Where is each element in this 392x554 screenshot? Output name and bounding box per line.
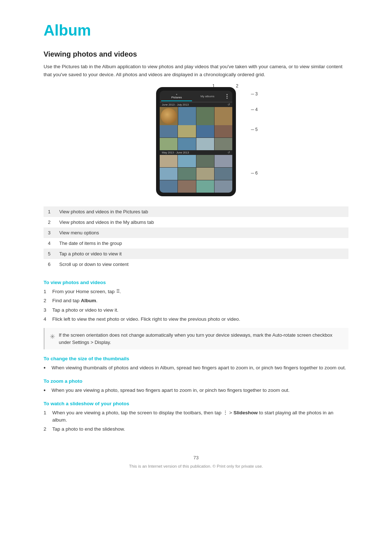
callout-4: ─ 4 [251,107,258,112]
item-num: 2 [44,297,49,304]
item-text: Find and tap Album. [52,297,98,304]
legend-table: 1View photos and videos in the Pictures … [44,206,348,270]
callout-3: ─ 3 [251,91,258,97]
circle-photo [161,108,177,124]
photo-cell [160,168,177,180]
intro-text: Use the Pictures tab in the Album applic… [44,63,348,78]
legend-text: Scroll up or down to view content [55,259,348,270]
photo-cell [215,168,232,180]
list-item: 1From your Home screen, tap ⠿. [44,288,348,295]
callout-5: ─ 5 [251,127,258,132]
photo-cell [178,155,196,167]
legend-num: 3 [44,227,55,238]
list-item: 4Flick left to view the next photo or vi… [44,316,348,323]
legend-num: 6 [44,259,55,270]
photo-cell [196,138,214,150]
legend-text: Tap a photo or video to view it [55,249,348,259]
item-text: When you are viewing a photo, tap the sc… [52,409,348,424]
legend-text: View photos and videos in the My albums … [55,217,348,227]
legend-num: 2 [44,217,55,227]
photo-cell [215,138,232,150]
list-item: 2Tap a photo to end the slideshow. [44,426,348,433]
item-num: 2 [44,426,49,433]
photo-cell [160,125,177,138]
date-label-2: May 2013 - June 2013 ↺ [160,150,232,155]
photo-cell [178,107,196,125]
legend-row: 5Tap a photo or video to view it [44,249,348,259]
phone-diagram: 1 2 ─ 3 ─ 4 ─ 5 ─ 6 ● Pictures My albums [44,87,348,196]
sub-heading-slideshow: To watch a slideshow of your photos [44,401,348,406]
photo-cell [160,138,177,150]
page-number: 73 [44,455,348,460]
section-heading: Viewing photos and videos [44,50,348,58]
photo-cell [178,125,196,138]
date-label-1: June 2013 - July 2013 ↺ [160,102,232,107]
item-text: From your Home screen, tap ⠿. [52,288,121,295]
item-num: 1 [44,409,49,424]
note-icon: ✳ [50,332,55,346]
callout-6: ─ 6 [251,171,258,176]
photo-cell [196,125,214,138]
list-item: 3Tap a photo or video to view it. [44,307,348,314]
sub-heading-zoom: To zoom a photo [44,378,348,384]
callout-2: 2 [236,83,238,89]
item-num: 4 [44,316,49,323]
tab-myalbums: My albums [192,93,223,99]
legend-row: 1View photos and videos in the Pictures … [44,206,348,217]
list-item: When viewing thumbnails of photos and vi… [44,364,348,372]
tab-pictures: ● Pictures [161,91,192,101]
item-text: Flick left to view the next photo or vid… [52,316,240,323]
note-text: If the screen orientation does not chang… [59,332,343,346]
item-text: Tap a photo or video to view it. [52,307,118,314]
size-list: When viewing thumbnails of photos and vi… [44,364,348,372]
tab-row: ● Pictures My albums [160,91,232,102]
photo-cell [196,155,214,167]
item-text: When you are viewing a photo, spread two… [52,387,290,394]
list-item: When you are viewing a photo, spread two… [44,387,348,394]
slideshow-list: 1When you are viewing a photo, tap the s… [44,409,348,433]
legend-row: 3View menu options [44,227,348,238]
photo-cell [160,107,178,125]
item-num: 1 [44,288,49,295]
legend-text: View photos and videos in the Pictures t… [55,206,348,217]
zoom-list: When you are viewing a photo, spread two… [44,387,348,394]
photo-cell [215,125,232,138]
photo-cell [160,155,177,167]
subsection-change-size: To change the size of the thumbnails Whe… [44,356,348,372]
photo-cell [196,107,214,125]
list-item: 2Find and tap Album. [44,297,348,304]
footer-text: This is an Internet version of this publ… [44,464,348,468]
page-title: Album [44,22,348,39]
sub-heading-view: To view photos and videos [44,280,348,285]
legend-num: 4 [44,238,55,249]
legend-text: The date of items in the group [55,238,348,249]
photo-cell [160,180,177,193]
subsection-slideshow: To watch a slideshow of your photos 1Whe… [44,401,348,433]
photo-grid-1 [160,125,232,150]
legend-row: 2View photos and videos in the My albums… [44,217,348,227]
photo-cell [178,138,196,150]
photo-row-1 [160,107,232,125]
photo-cell [215,180,232,193]
sub-heading-size: To change the size of the thumbnails [44,356,348,361]
legend-text: View menu options [55,227,348,238]
legend-num: 5 [44,249,55,259]
item-num: 3 [44,307,49,314]
photo-cell [178,168,196,180]
phone-screen: ● Pictures My albums June 2013 - July 20… [160,91,232,193]
note-box: ✳ If the screen orientation does not cha… [44,328,348,349]
legend-row: 4The date of items in the group [44,238,348,249]
photo-cell [215,107,232,125]
photo-grid-2 [160,155,232,193]
photo-cell [215,155,232,167]
legend-num: 1 [44,206,55,217]
item-text: When viewing thumbnails of photos and vi… [52,364,346,372]
subsection-view-photos: To view photos and videos 1From your Hom… [44,280,348,349]
subsection-zoom: To zoom a photo When you are viewing a p… [44,378,348,394]
photo-cell [196,180,214,193]
list-item: 1When you are viewing a photo, tap the s… [44,409,348,424]
menu-icon [223,93,231,100]
phone-mockup: ● Pictures My albums June 2013 - July 20… [156,87,236,196]
photo-cell [178,180,196,193]
view-steps-list: 1From your Home screen, tap ⠿.2Find and … [44,288,348,323]
